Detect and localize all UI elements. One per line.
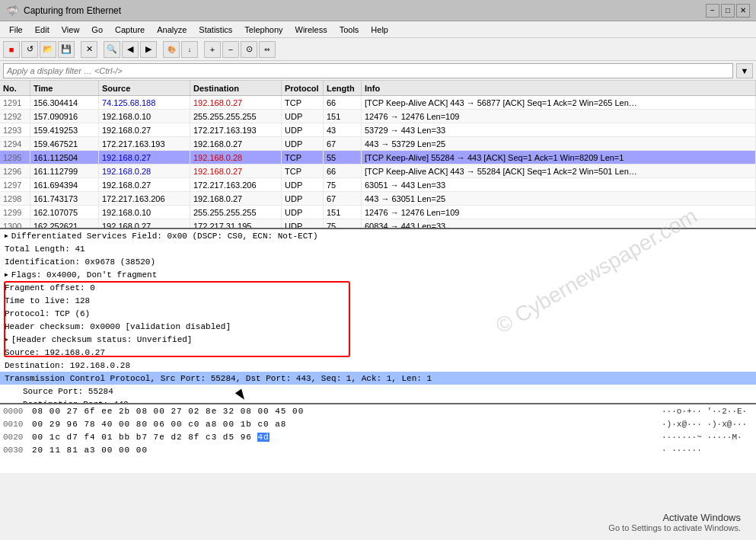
packet-row[interactable]: 1298 161.743173 172.217.163.206 192.168.… bbox=[0, 192, 756, 206]
menu-help[interactable]: Help bbox=[365, 24, 394, 36]
pkt-len: 66 bbox=[324, 165, 362, 177]
pkt-no: 1300 bbox=[0, 219, 30, 229]
packet-row[interactable]: 1300 162.252621 192.168.0.27 172.217.31.… bbox=[0, 219, 756, 229]
next-btn[interactable]: ▶ bbox=[140, 41, 157, 58]
minimize-button[interactable]: − bbox=[706, 4, 719, 18]
menu-go[interactable]: Go bbox=[85, 24, 109, 36]
close-capture[interactable]: ✕ bbox=[81, 41, 97, 58]
detail-line: Protocol: TCP (6) bbox=[0, 307, 756, 320]
packet-row[interactable]: 1293 159.419253 192.168.0.27 172.217.163… bbox=[0, 123, 756, 137]
pkt-dst: 192.168.0.27 bbox=[190, 192, 282, 205]
pkt-len: 75 bbox=[324, 178, 362, 191]
menu-edit[interactable]: Edit bbox=[29, 24, 56, 36]
packet-row[interactable]: 1292 157.090916 192.168.0.10 255.255.255… bbox=[0, 110, 756, 123]
pkt-len: 55 bbox=[324, 151, 362, 164]
find-btn[interactable]: 🔍 bbox=[104, 41, 120, 58]
resize-cols-btn[interactable]: ⇔ bbox=[259, 41, 276, 58]
filter-bar: ▼ bbox=[0, 61, 756, 81]
detail-line: Source: 192.168.0.27 bbox=[0, 346, 756, 359]
save-button[interactable]: 💾 bbox=[58, 41, 75, 58]
zoom-out-btn[interactable]: − bbox=[222, 41, 239, 58]
detail-line: Identification: 0x9678 (38520) bbox=[0, 255, 756, 268]
prev-btn[interactable]: ◀ bbox=[122, 41, 139, 58]
pkt-time: 161.743173 bbox=[30, 192, 99, 205]
packet-row[interactable]: 1299 162.107075 192.168.0.10 255.255.255… bbox=[0, 206, 756, 219]
menu-bar: File Edit View Go Capture Analyze Statis… bbox=[0, 21, 756, 38]
maximize-button[interactable]: □ bbox=[721, 4, 735, 18]
byte-offset: 0010 bbox=[3, 420, 32, 429]
autoscroll-btn[interactable]: ↓ bbox=[181, 41, 198, 58]
pkt-time: 156.304414 bbox=[30, 96, 99, 109]
menu-tools[interactable]: Tools bbox=[333, 24, 365, 36]
byte-hex: 00 29 96 78 40 00 80 06 00 c0 a8 00 1b c… bbox=[32, 420, 662, 429]
detail-line: Source Port: 55284 bbox=[18, 385, 756, 398]
detail-line[interactable]: [Header checksum status: Unverified] bbox=[0, 333, 756, 346]
packet-rows: 1291 156.304414 74.125.68.188 192.168.0.… bbox=[0, 96, 756, 229]
stop-button[interactable]: ■ bbox=[3, 41, 20, 58]
menu-telephony[interactable]: Telephony bbox=[238, 24, 289, 36]
byte-ascii: ·)·x@··· ·)·x@··· bbox=[662, 420, 753, 429]
activation-notice: Activate Windows Go to Settings to activ… bbox=[608, 512, 741, 532]
packet-row[interactable]: 1297 161.694394 192.168.0.27 172.217.163… bbox=[0, 178, 756, 192]
pkt-len: 75 bbox=[324, 219, 362, 229]
pkt-src: 172.217.163.193 bbox=[99, 137, 190, 150]
menu-file[interactable]: File bbox=[3, 24, 29, 36]
pkt-proto: UDP bbox=[282, 178, 324, 191]
pkt-dst: 255.255.255.255 bbox=[190, 206, 282, 219]
menu-statistics[interactable]: Statistics bbox=[193, 24, 238, 36]
pkt-len: 67 bbox=[324, 137, 362, 150]
menu-wireless[interactable]: Wireless bbox=[289, 24, 333, 36]
pkt-no: 1299 bbox=[0, 206, 30, 219]
pkt-info: 60834 → 443 Len=33 bbox=[362, 219, 756, 229]
pkt-src: 192.168.0.27 bbox=[99, 178, 190, 191]
pkt-proto: TCP bbox=[282, 151, 324, 164]
menu-analyze[interactable]: Analyze bbox=[151, 24, 193, 36]
pkt-dst: 172.217.163.206 bbox=[190, 178, 282, 191]
col-header-time: Time bbox=[30, 81, 99, 95]
packet-row[interactable]: 1295 161.112504 192.168.0.27 192.168.0.2… bbox=[0, 151, 756, 165]
pkt-time: 161.694394 bbox=[30, 178, 99, 191]
pkt-no: 1291 bbox=[0, 96, 30, 109]
pkt-dst: 192.168.0.27 bbox=[190, 96, 282, 109]
detail-lines: Differentiated Services Field: 0x00 (DSC… bbox=[0, 229, 756, 404]
pkt-no: 1292 bbox=[0, 110, 30, 123]
pkt-dst: 255.255.255.255 bbox=[190, 110, 282, 123]
packet-row[interactable]: 1296 161.112799 192.168.0.28 192.168.0.2… bbox=[0, 165, 756, 178]
pkt-dst: 172.217.31.195 bbox=[190, 219, 282, 229]
zoom-in-btn[interactable]: + bbox=[204, 41, 221, 58]
pkt-time: 161.112799 bbox=[30, 165, 99, 177]
packet-list: No. Time Source Destination Protocol Len… bbox=[0, 81, 756, 229]
col-header-no: No. bbox=[0, 81, 30, 95]
open-button[interactable]: 📂 bbox=[40, 41, 56, 58]
byte-row: 0030 20 11 81 a3 00 00 00 · ······ bbox=[0, 443, 756, 456]
pkt-dst: 192.168.0.28 bbox=[190, 151, 282, 164]
packet-row[interactable]: 1294 159.467521 172.217.163.193 192.168.… bbox=[0, 137, 756, 151]
filter-input[interactable] bbox=[3, 63, 733, 78]
pkt-src: 192.168.0.27 bbox=[99, 123, 190, 136]
pkt-info: 443 → 53729 Len=25 bbox=[362, 137, 756, 150]
pkt-dst: 192.168.0.27 bbox=[190, 137, 282, 150]
restart-button[interactable]: ↺ bbox=[21, 41, 38, 58]
packet-row[interactable]: 1291 156.304414 74.125.68.188 192.168.0.… bbox=[0, 96, 756, 110]
colorize-btn[interactable]: 🎨 bbox=[163, 41, 180, 58]
pkt-no: 1296 bbox=[0, 165, 30, 177]
detail-line[interactable]: Differentiated Services Field: 0x00 (DSC… bbox=[0, 229, 756, 242]
zoom-reset-btn[interactable]: ⊙ bbox=[241, 41, 257, 58]
title-bar: 🦈 Capturing from Ethernet − □ ✕ bbox=[0, 0, 756, 21]
menu-capture[interactable]: Capture bbox=[109, 24, 151, 36]
pkt-info: [TCP Keep-Alive ACK] 443 → 56877 [ACK] S… bbox=[362, 96, 756, 109]
pkt-info: 53729 → 443 Len=33 bbox=[362, 123, 756, 136]
filter-dropdown[interactable]: ▼ bbox=[736, 63, 753, 78]
pkt-no: 1298 bbox=[0, 192, 30, 205]
activation-subtitle: Go to Settings to activate Windows. bbox=[608, 523, 741, 532]
detail-line[interactable]: Flags: 0x4000, Don't fragment bbox=[0, 268, 756, 281]
byte-hex: 08 00 27 6f ee 2b 08 00 27 02 8e 32 08 0… bbox=[32, 407, 662, 416]
pkt-info: 12476 → 12476 Len=109 bbox=[362, 110, 756, 123]
pkt-proto: TCP bbox=[282, 165, 324, 177]
close-button[interactable]: ✕ bbox=[736, 4, 750, 18]
pkt-info: [TCP Keep-Alive ACK] 443 → 55284 [ACK] S… bbox=[362, 165, 756, 177]
menu-view[interactable]: View bbox=[56, 24, 86, 36]
pkt-proto: UDP bbox=[282, 219, 324, 229]
byte-row: 0000 08 00 27 6f ee 2b 08 00 27 02 8e 32… bbox=[0, 404, 756, 417]
pkt-info: 12476 → 12476 Len=109 bbox=[362, 206, 756, 219]
